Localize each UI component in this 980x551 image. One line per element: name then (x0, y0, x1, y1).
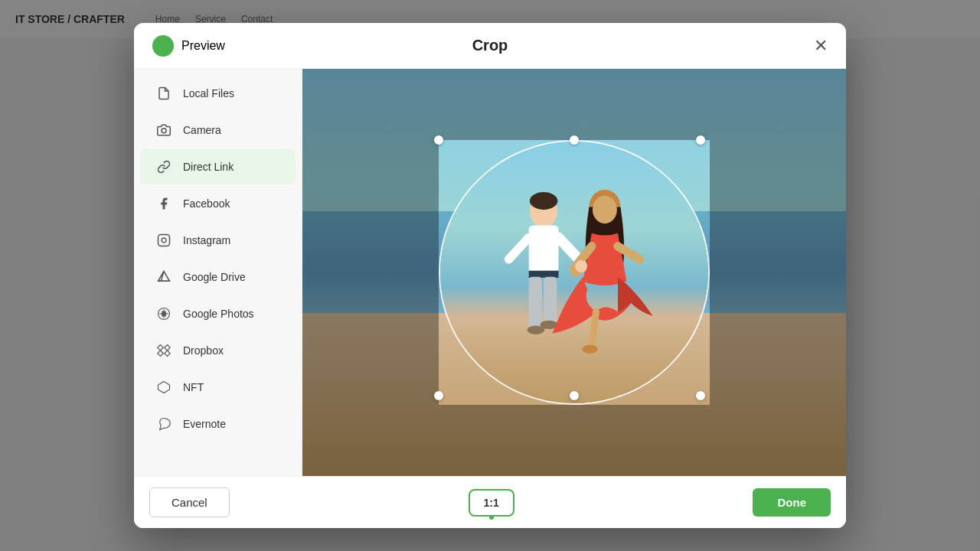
sidebar-item-camera[interactable]: Camera (140, 112, 296, 148)
done-button[interactable]: Done (753, 488, 831, 517)
sidebar-label-direct-link: Direct Link (183, 161, 234, 173)
file-icon (155, 85, 172, 102)
sidebar-label-google-photos: Google Photos (183, 308, 254, 320)
sidebar-label-dropbox: Dropbox (183, 344, 224, 357)
svg-rect-1 (158, 235, 170, 246)
sidebar-item-nft[interactable]: NFT (140, 370, 296, 405)
sidebar-label-camera: Camera (183, 124, 221, 136)
ratio-indicator (489, 515, 494, 520)
evernote-icon (155, 416, 172, 432)
sidebar-label-evernote: Evernote (183, 418, 226, 430)
svg-marker-4 (158, 382, 170, 393)
crop-overlay-bottom (302, 405, 846, 476)
sidebar-item-dropbox[interactable]: Dropbox (140, 333, 296, 368)
direct-link-icon (155, 158, 172, 175)
sidebar-item-direct-link[interactable]: Direct Link (140, 149, 296, 184)
sidebar-item-google-drive[interactable]: Google Drive (140, 259, 296, 295)
crop-overlay-right (710, 140, 846, 405)
svg-point-6 (530, 192, 557, 210)
crop-circle[interactable] (439, 140, 710, 405)
sidebar-label-local-files: Local Files (183, 87, 234, 99)
svg-point-17 (582, 345, 598, 354)
crop-overlay-top (302, 69, 846, 140)
modal-header: Preview Crop ✕ (134, 23, 846, 69)
dropbox-icon (155, 342, 172, 359)
preview-indicator (152, 35, 174, 57)
sidebar-item-instagram[interactable]: Instagram (140, 223, 296, 258)
svg-point-0 (162, 129, 166, 133)
facebook-icon (155, 195, 172, 212)
sidebar-label-instagram: Instagram (183, 234, 230, 246)
sidebar: Local Files Camera (134, 69, 302, 476)
google-photos-icon (155, 305, 172, 322)
nft-icon (155, 379, 172, 396)
ratio-container: 1:1 (469, 489, 514, 517)
modal-body: Local Files Camera (134, 69, 846, 476)
cancel-button[interactable]: Cancel (149, 487, 230, 517)
svg-point-14 (593, 196, 617, 223)
ratio-button[interactable]: 1:1 (469, 489, 514, 517)
handle-bottom-right[interactable] (696, 391, 705, 400)
crop-main-area (302, 69, 846, 476)
sidebar-item-local-files[interactable]: Local Files (140, 76, 296, 111)
google-drive-icon (155, 269, 172, 285)
couple-svg (440, 142, 708, 403)
sidebar-item-facebook[interactable]: Facebook (140, 186, 296, 221)
handle-top-left[interactable] (434, 135, 443, 145)
sidebar-item-evernote[interactable]: Evernote (140, 406, 296, 442)
sidebar-label-google-drive: Google Drive (183, 271, 246, 283)
preview-section: Preview (152, 35, 225, 57)
close-button[interactable]: ✕ (814, 37, 828, 54)
instagram-icon (155, 232, 172, 249)
svg-rect-9 (529, 277, 542, 329)
camera-icon (155, 122, 172, 139)
crop-canvas[interactable] (302, 69, 846, 476)
svg-rect-7 (529, 225, 559, 273)
handle-bottom-center[interactable] (570, 391, 579, 400)
sidebar-item-google-photos[interactable]: Google Photos (140, 296, 296, 331)
svg-rect-8 (529, 271, 559, 278)
sidebar-label-facebook: Facebook (183, 197, 230, 210)
modal-title: Crop (472, 37, 508, 54)
handle-top-right[interactable] (696, 135, 705, 145)
handle-top-center[interactable] (570, 135, 579, 145)
sidebar-label-nft: NFT (183, 381, 204, 393)
modal-footer: Cancel 1:1 Done (134, 476, 846, 528)
crop-overlay-left (302, 140, 439, 405)
handle-bottom-left[interactable] (434, 391, 443, 400)
crop-modal: Preview Crop ✕ Local Files (134, 23, 846, 528)
preview-label: Preview (181, 39, 225, 53)
svg-point-16 (575, 260, 587, 272)
ratio-label: 1:1 (483, 497, 498, 509)
